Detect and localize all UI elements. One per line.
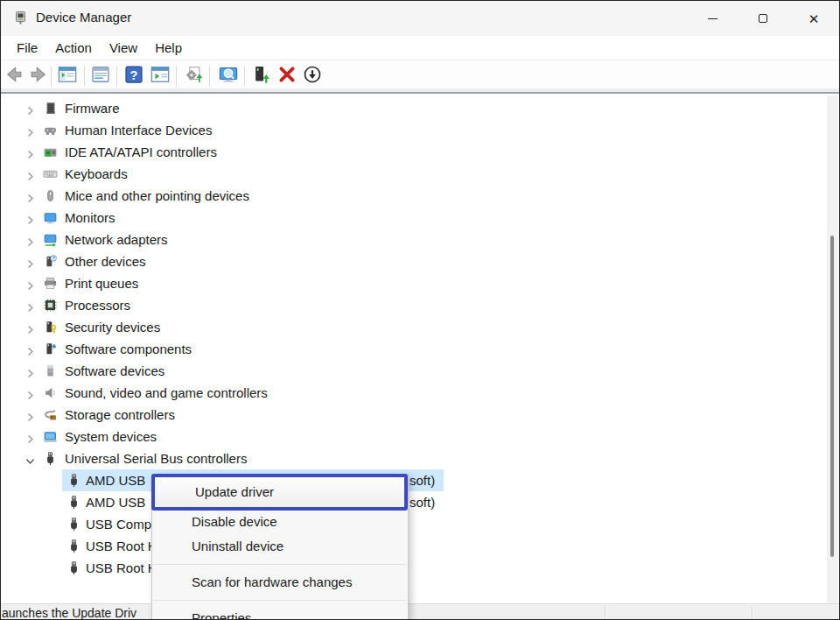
tree-item-software-devices[interactable]: Software devices xyxy=(1,360,839,382)
tree-item-universal-serial-bus-controllers[interactable]: Universal Serial Bus controllers xyxy=(1,447,839,469)
network-icon xyxy=(43,232,58,247)
show-console-tree-button[interactable] xyxy=(57,66,78,87)
tree-item-other-devices[interactable]: ?Other devices xyxy=(1,250,839,272)
disable-device-button[interactable] xyxy=(302,66,323,87)
processor-icon xyxy=(43,298,58,313)
chevron-right-icon[interactable] xyxy=(25,432,35,441)
context-menu-item-update-driver[interactable]: Update driver xyxy=(155,477,404,507)
usb-icon xyxy=(66,560,81,575)
uninstall-device-button[interactable] xyxy=(276,66,298,87)
tree-item-label: USB Comp xyxy=(86,513,151,535)
tree-item-security-devices[interactable]: Security devices xyxy=(1,316,839,338)
scrollbar-thumb[interactable] xyxy=(830,236,834,557)
tree-item-amd-usb[interactable]: AMD USBsoft) xyxy=(1,491,839,513)
device-manager-icon xyxy=(13,11,29,26)
chevron-down-icon[interactable] xyxy=(25,454,35,463)
scan-for-hardware-changes-button[interactable] xyxy=(218,66,239,87)
tree-item-usb-root-h[interactable]: USB Root H xyxy=(1,535,839,557)
update-driver-focus-highlight[interactable]: Update driver xyxy=(151,474,408,511)
menu-file[interactable]: File xyxy=(8,38,46,58)
menu-help[interactable]: Help xyxy=(146,38,191,58)
chevron-right-icon[interactable] xyxy=(25,147,35,157)
tree-item-software-components[interactable]: Software components xyxy=(1,338,839,360)
tree-item-network-adapters[interactable]: Network adapters xyxy=(1,229,839,250)
properties-window-button[interactable] xyxy=(90,66,111,87)
other-device-icon: ? xyxy=(43,254,58,269)
update-device-driver-icon xyxy=(252,65,271,88)
toolbar-separator xyxy=(244,67,245,86)
tree-item-processors[interactable]: Processors xyxy=(1,294,839,316)
chevron-right-icon[interactable] xyxy=(25,344,35,354)
tree-item-label: Monitors xyxy=(65,207,116,229)
svg-text:?: ? xyxy=(52,256,54,261)
tree-item-human-interface-devices[interactable]: Human Interface Devices xyxy=(1,119,839,141)
toolbar: ? xyxy=(1,61,839,94)
tree-item-label: Storage controllers xyxy=(65,404,175,426)
tree-item-label: AMD USB xyxy=(86,491,145,513)
tree-item-label: Security devices xyxy=(65,316,160,338)
menu-view[interactable]: View xyxy=(101,38,146,58)
tree-item-label: Human Interface Devices xyxy=(65,119,212,141)
back-button[interactable] xyxy=(4,66,25,87)
tree-item-amd-usb[interactable]: AMD USBsoft) xyxy=(1,469,839,491)
sound-icon xyxy=(43,385,58,400)
chevron-right-icon[interactable] xyxy=(25,213,35,222)
update-driver-software-button[interactable] xyxy=(183,66,204,87)
action-pane-button[interactable] xyxy=(150,66,171,87)
tree-item-usb-comp[interactable]: USB Comp xyxy=(1,513,839,535)
tree-item-label-fragment: soft) xyxy=(410,491,435,513)
tree-item-monitors[interactable]: Monitors xyxy=(1,207,839,229)
usb-icon xyxy=(66,473,81,488)
software-component-icon xyxy=(43,342,58,356)
tree-item-keyboards[interactable]: Keyboards xyxy=(1,163,839,185)
help-button[interactable]: ? xyxy=(123,66,144,87)
update-device-driver-button[interactable] xyxy=(251,66,272,87)
status-text: aunches the Update Driv xyxy=(2,606,136,620)
tree-item-storage-controllers[interactable]: Storage controllers xyxy=(1,404,839,426)
tree-item-label: Other devices xyxy=(65,250,146,272)
tree-item-mice-and-other-pointing-devices[interactable]: Mice and other pointing devices xyxy=(1,185,839,207)
toolbar-separator xyxy=(84,67,85,86)
tree-item-firmware[interactable]: Firmware xyxy=(1,97,839,119)
software-device-icon xyxy=(43,363,58,378)
context-menu-item-uninstall-device[interactable]: Uninstall device xyxy=(152,534,408,559)
chevron-right-icon[interactable] xyxy=(25,366,35,376)
hid-icon xyxy=(43,123,58,137)
chevron-right-icon[interactable] xyxy=(25,235,35,244)
tree-item-usb-root-h[interactable]: USB Root H xyxy=(1,557,839,579)
chevron-right-icon[interactable] xyxy=(25,103,35,113)
chevron-right-icon[interactable] xyxy=(25,125,35,135)
vertical-scrollbar[interactable] xyxy=(827,95,838,603)
chevron-right-icon[interactable] xyxy=(25,300,35,310)
context-menu-item-disable-device[interactable]: Disable device xyxy=(152,510,408,534)
forward-button[interactable] xyxy=(27,66,48,87)
menu-action[interactable]: Action xyxy=(46,38,101,58)
chevron-right-icon[interactable] xyxy=(25,322,35,332)
chevron-right-icon[interactable] xyxy=(25,191,35,201)
device-manager-window: Device Manager ✕ FileActionViewHelp ? Fi… xyxy=(0,0,840,620)
chevron-right-icon[interactable] xyxy=(25,169,35,179)
update-driver-software-icon xyxy=(184,65,203,88)
close-icon: ✕ xyxy=(808,12,820,25)
tree-item-label: Firmware xyxy=(65,97,120,119)
keyboard-icon xyxy=(43,166,58,181)
minimize-button[interactable] xyxy=(687,1,738,36)
chevron-right-icon[interactable] xyxy=(25,410,35,419)
maximize-button[interactable] xyxy=(738,1,788,36)
context-menu-item-scan-for-hardware-changes[interactable]: Scan for hardware changes xyxy=(152,570,408,595)
action-pane-icon xyxy=(150,65,170,88)
close-button[interactable]: ✕ xyxy=(788,1,839,36)
toolbar-separator xyxy=(209,67,210,86)
system-icon xyxy=(43,429,58,444)
tree-item-sound-video-and-game-controllers[interactable]: Sound, video and game controllers xyxy=(1,382,839,404)
back-icon xyxy=(5,65,24,88)
tree-item-system-devices[interactable]: System devices xyxy=(1,426,839,447)
chevron-right-icon[interactable] xyxy=(25,388,35,398)
tree-item-print-queues[interactable]: Print queues xyxy=(1,272,839,294)
ide-icon xyxy=(43,144,58,159)
chevron-right-icon[interactable] xyxy=(25,257,35,266)
tree-item-ide-ata-atapi-controllers[interactable]: IDE ATA/ATAPI controllers xyxy=(1,141,839,163)
context-menu-item-properties[interactable]: Properties xyxy=(152,606,408,620)
disable-device-icon xyxy=(303,65,322,88)
chevron-right-icon[interactable] xyxy=(25,278,35,288)
